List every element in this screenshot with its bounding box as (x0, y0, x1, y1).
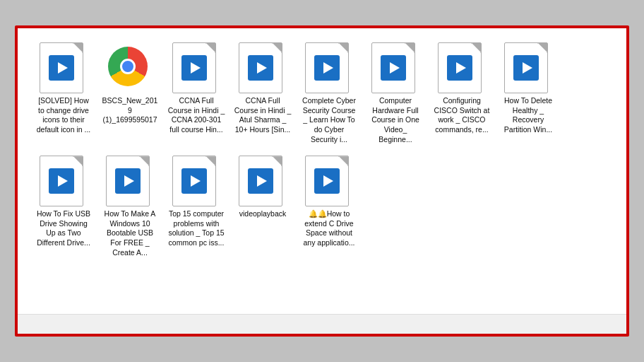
file-item-8[interactable]: How To Delete Healthy _ Recovery Partiti… (496, 40, 560, 147)
file-item-11[interactable]: Top 15 computer problems with solution _… (165, 153, 228, 260)
video-file-icon (40, 42, 88, 93)
file-label: [SOLVED] How to change drive icons to th… (35, 96, 93, 135)
file-label: 🔔🔔How to extend C Drive Space without an… (300, 209, 358, 248)
file-page (438, 42, 482, 93)
file-page (239, 156, 282, 206)
file-page (239, 42, 282, 93)
file-page (305, 156, 349, 206)
video-file-icon (239, 42, 287, 93)
file-item-12[interactable]: videoplayback (231, 153, 294, 260)
file-label: CCNA Full Course in Hindi _ Atul Sharma … (234, 96, 292, 135)
video-file-icon (172, 156, 220, 206)
play-badge (513, 55, 539, 81)
play-triangle-icon (257, 62, 267, 74)
play-triangle-icon (323, 62, 333, 74)
file-page (371, 42, 415, 93)
play-triangle-icon (58, 175, 68, 187)
file-page (172, 42, 216, 93)
file-item-7[interactable]: Configuring CISCO Switch at work _ CISCO… (430, 40, 494, 147)
play-triangle-icon (191, 62, 201, 74)
file-item-5[interactable]: Complete Cyber Security Course _ Learn H… (297, 40, 361, 147)
file-grid: [SOLVED] How to change drive icons to th… (32, 40, 612, 260)
play-badge (248, 55, 273, 81)
video-file-icon (305, 42, 353, 93)
file-label: videoplayback (239, 209, 287, 219)
file-label: How To Delete Healthy _ Recovery Partiti… (499, 96, 557, 135)
file-item-2[interactable]: BSCS_New_2019 (1)_1699595017 (98, 40, 162, 147)
file-label: CCNA Full Course in Hindi _ CCNA 200-301… (167, 96, 225, 135)
play-triangle-icon (456, 62, 466, 74)
play-badge (447, 55, 472, 81)
file-label: BSCS_New_2019 (1)_1699595017 (101, 96, 159, 125)
file-item-1[interactable]: [SOLVED] How to change drive icons to th… (32, 40, 95, 147)
file-page (40, 42, 83, 93)
video-file-icon (239, 156, 287, 206)
chrome-file-icon (106, 42, 154, 93)
play-triangle-icon (257, 175, 267, 187)
play-badge (115, 168, 141, 194)
video-file-icon (305, 156, 353, 206)
play-badge (314, 55, 340, 81)
play-badge (181, 168, 207, 194)
video-file-icon (40, 156, 88, 206)
play-triangle-icon (323, 175, 333, 187)
play-badge (381, 55, 406, 81)
file-item-3[interactable]: CCNA Full Course in Hindi _ CCNA 200-301… (165, 40, 228, 147)
file-item-13[interactable]: 🔔🔔How to extend C Drive Space without an… (297, 153, 361, 260)
status-bar (18, 314, 626, 334)
file-label: Top 15 computer problems with solution _… (167, 209, 225, 248)
video-file-icon (106, 156, 154, 206)
file-page (40, 156, 83, 206)
file-item-9[interactable]: How To Fix USB Drive Showing Up as Two D… (32, 153, 95, 260)
play-triangle-icon (58, 62, 68, 74)
file-page (504, 42, 548, 93)
video-file-icon (172, 42, 220, 93)
play-triangle-icon (390, 62, 400, 74)
file-explorer-window: [SOLVED] How to change drive icons to th… (15, 25, 629, 337)
file-page (106, 156, 150, 206)
file-item-4[interactable]: CCNA Full Course in Hindi _ Atul Sharma … (231, 40, 294, 147)
play-badge (49, 168, 74, 194)
video-file-icon (438, 42, 486, 93)
video-file-icon (371, 42, 419, 93)
play-badge (181, 55, 207, 81)
video-file-icon (504, 42, 552, 93)
play-triangle-icon (191, 175, 201, 187)
play-triangle-icon (124, 175, 134, 187)
file-label: How To Make A Windows 10 Bootable USB Fo… (101, 209, 159, 257)
file-page (172, 156, 216, 206)
play-badge (314, 168, 340, 194)
file-page (305, 42, 349, 93)
file-label: How To Fix USB Drive Showing Up as Two D… (35, 209, 93, 248)
file-item-6[interactable]: Computer Hardware Full Course in One Vid… (364, 40, 427, 147)
file-label: Configuring CISCO Switch at work _ CISCO… (433, 96, 491, 135)
file-item-10[interactable]: How To Make A Windows 10 Bootable USB Fo… (98, 153, 162, 260)
play-badge (248, 168, 273, 194)
file-label: Computer Hardware Full Course in One Vid… (366, 96, 424, 144)
file-grid-container: [SOLVED] How to change drive icons to th… (18, 28, 626, 314)
file-label: Complete Cyber Security Course _ Learn H… (300, 96, 358, 144)
play-badge (49, 55, 74, 81)
play-triangle-icon (523, 62, 532, 74)
